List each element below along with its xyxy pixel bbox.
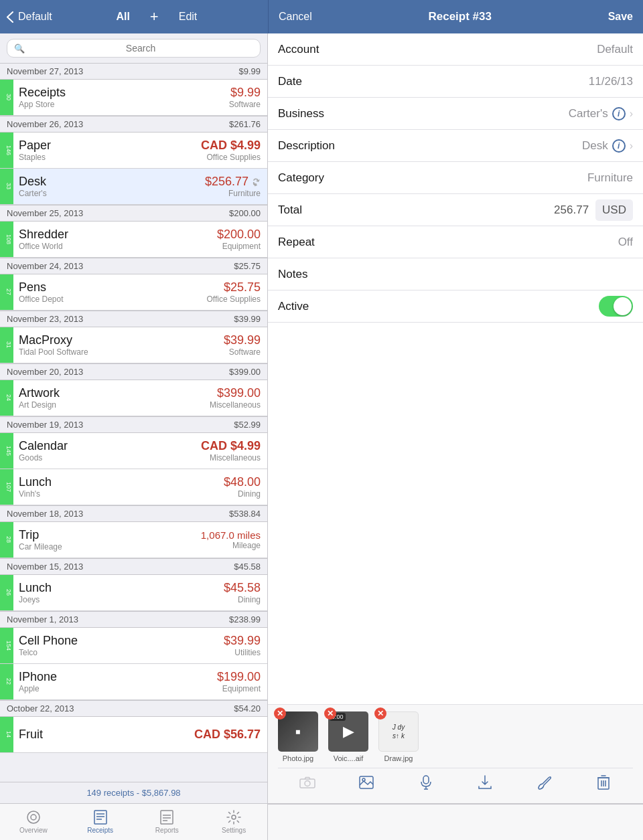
tab-receipts[interactable]: Receipts (67, 804, 134, 840)
description-row[interactable]: Description Desk i › (268, 130, 643, 162)
receipts-list: November 27, 2013 $9.99 30 Receipts App … (0, 63, 267, 782)
camera-button[interactable] (278, 768, 337, 796)
business-label: Business (278, 107, 365, 120)
active-label: Active (278, 300, 599, 313)
image-button[interactable] (337, 768, 396, 796)
list-item[interactable]: 145 Calendar Goods CAD $4.99 Miscellaneo… (0, 433, 267, 469)
svg-point-12 (27, 811, 40, 823)
date-header: November 24, 2013 $25.75 (0, 258, 267, 274)
add-button[interactable]: + (150, 9, 159, 24)
active-row: Active (268, 290, 643, 323)
category-row[interactable]: Category Furniture (268, 162, 643, 194)
list-item[interactable]: 22 IPhone Apple $199.00 Equipment (0, 664, 267, 700)
svg-point-1 (305, 781, 310, 786)
list-item[interactable]: 30 Receipts App Store $9.99 Software (0, 80, 267, 116)
svg-rect-18 (161, 811, 173, 824)
back-button[interactable]: Default (7, 11, 52, 23)
attachment-photo[interactable]: ✕ ▪ Photo.jpg (278, 711, 318, 762)
list-item[interactable]: 33 Desk Carter's $256.77 Furniture (0, 169, 267, 205)
edit-button[interactable]: Edit (179, 11, 198, 23)
account-value: Default (365, 43, 633, 56)
download-button[interactable] (455, 768, 514, 796)
repeat-row[interactable]: Repeat Off (268, 226, 643, 258)
date-header: November 18, 2013 $538.84 (0, 505, 267, 522)
tab-overview[interactable]: Overview (0, 804, 67, 840)
delete-draw-button[interactable]: ✕ (374, 707, 386, 720)
attachments-row: ✕ ▪ Photo.jpg ✕ 0:00 ▶ Voic....aif (278, 711, 633, 762)
bottom-nav-right (268, 804, 643, 840)
brush-button[interactable] (514, 768, 573, 796)
save-button[interactable]: Save (608, 11, 633, 23)
all-button[interactable]: All (116, 11, 129, 23)
list-item[interactable]: 154 Cell Phone Telco $39.99 Utilities (0, 628, 267, 664)
list-item[interactable]: 27 Pens Office Depot $25.75 Office Suppl… (0, 274, 267, 311)
tab-receipts-label: Receipts (87, 827, 113, 834)
repeat-value: Off (365, 236, 633, 249)
date-header: October 22, 2013 $54.20 (0, 700, 267, 717)
description-info-icon[interactable]: i (612, 139, 626, 153)
receipt-title: Receipt #33 (428, 10, 492, 23)
tab-settings-label: Settings (222, 827, 246, 834)
back-label: Default (18, 11, 52, 23)
active-toggle[interactable] (599, 296, 633, 317)
date-header: November 26, 2013 $261.76 (0, 116, 267, 133)
date-header: November 25, 2013 $200.00 (0, 205, 267, 222)
play-icon: ▶ (343, 723, 354, 740)
date-label: Date (278, 75, 365, 88)
total-label: Total (278, 203, 365, 217)
receipt-form: Account Default Date 11/26/13 Business C… (268, 33, 643, 704)
attachment-toolbar (278, 768, 633, 796)
audio-label: Voic....aif (334, 754, 364, 762)
list-item[interactable]: 108 Shredder Office World $200.00 Equipm… (0, 222, 267, 258)
attachment-draw[interactable]: ✕ J dy s↑ k Draw.jpg (378, 711, 419, 762)
attachment-audio[interactable]: ✕ 0:00 ▶ Voic....aif (328, 711, 368, 762)
date-value: 11/26/13 (365, 75, 633, 88)
account-row[interactable]: Account Default (268, 33, 643, 66)
date-header: November 27, 2013 $9.99 (0, 63, 267, 80)
total-row[interactable]: Total 256.77 USD (268, 194, 643, 226)
tab-reports[interactable]: Reports (134, 804, 201, 840)
list-item[interactable]: 31 MacProxy Tidal Pool Software $39.99 S… (0, 327, 267, 363)
date-header: November 15, 2013 $45.58 (0, 558, 267, 575)
business-info-icon[interactable]: i (612, 107, 626, 120)
cancel-button[interactable]: Cancel (279, 11, 312, 23)
category-value: Furniture (365, 171, 633, 185)
date-header: November 20, 2013 $399.00 (0, 363, 267, 380)
search-input[interactable] (28, 43, 253, 54)
svg-rect-4 (423, 776, 429, 784)
business-row[interactable]: Business Carter's i › (268, 98, 643, 130)
list-item[interactable]: 26 Lunch Joeys $45.58 Dining (0, 575, 267, 611)
description-chevron-icon: › (630, 140, 633, 152)
notes-row[interactable]: Notes (268, 258, 643, 290)
delete-photo-button[interactable]: ✕ (274, 707, 286, 720)
list-item[interactable]: 107 Lunch Vinh's $48.00 Dining (0, 469, 267, 505)
date-row[interactable]: Date 11/26/13 (268, 66, 643, 98)
draw-label: Draw.jpg (384, 754, 413, 762)
total-currency[interactable]: USD (595, 199, 633, 221)
list-item[interactable]: 28 Trip Car Mileage 1,067.0 miles Mileag… (0, 522, 267, 558)
notes-label: Notes (278, 268, 365, 281)
business-value: Carter's i › (365, 107, 633, 120)
tab-settings[interactable]: Settings (200, 804, 267, 840)
microphone-button[interactable] (397, 768, 455, 796)
list-item[interactable]: 146 Paper Staples CAD $4.99 Office Suppl… (0, 133, 267, 169)
svg-point-22 (232, 815, 236, 819)
svg-point-13 (31, 815, 36, 820)
right-nav: Cancel Receipt #33 Save (268, 0, 643, 33)
category-label: Category (278, 171, 365, 185)
summary-text: 149 receipts - $5,867.98 (86, 788, 180, 798)
list-item[interactable]: 14 Fruit CAD $56.77 (0, 717, 267, 753)
account-label: Account (278, 43, 365, 56)
description-value: Desk i › (365, 139, 633, 153)
delete-audio-button[interactable]: ✕ (324, 707, 336, 720)
attachments-section: ✕ ▪ Photo.jpg ✕ 0:00 ▶ Voic....aif (268, 704, 643, 803)
summary-bar: 149 receipts - $5,867.98 (0, 782, 267, 803)
date-header: November 19, 2013 $52.99 (0, 416, 267, 433)
trash-button[interactable] (574, 768, 633, 796)
photo-icon: ▪ (295, 722, 301, 741)
description-label: Description (278, 139, 365, 153)
repeat-label: Repeat (278, 236, 365, 249)
list-item[interactable]: 24 Artwork Art Design $399.00 Miscellane… (0, 380, 267, 416)
total-amount: 256.77 (365, 203, 595, 217)
search-bar: 🔍 (0, 33, 267, 63)
